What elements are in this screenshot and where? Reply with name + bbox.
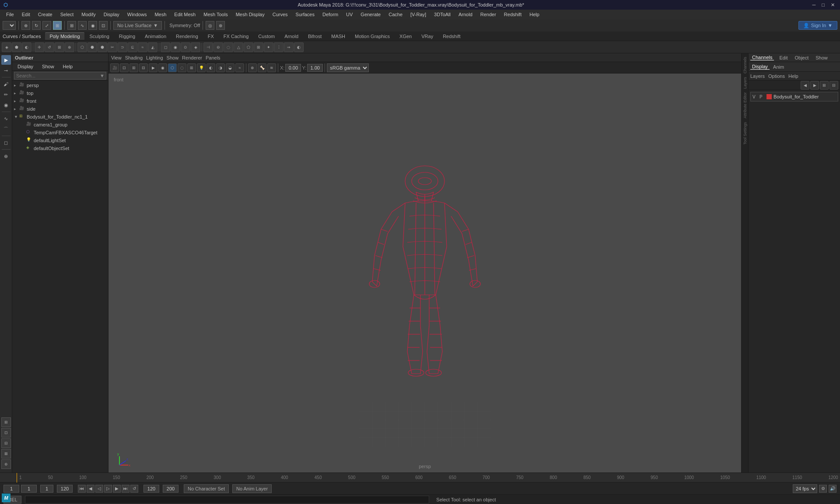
conform-tool[interactable]: ⋮ <box>274 42 284 52</box>
search-dropdown-btn[interactable]: ▼ <box>100 73 105 78</box>
show-manip-tool[interactable]: ⊕ <box>1 151 11 161</box>
go-end-btn[interactable]: ⏭ <box>122 485 130 493</box>
outliner-item-camera1[interactable]: 🎥 camera1_group <box>12 121 108 129</box>
vp-light-btn[interactable]: 💡 <box>197 63 206 72</box>
play-fwd-btn[interactable]: ▷ <box>104 485 112 493</box>
anim-pref-btn[interactable]: ⚙ <box>819 485 827 493</box>
step-fwd-btn[interactable]: ▶ <box>113 485 121 493</box>
options-menu[interactable]: Options <box>768 74 785 79</box>
outliner-search-input[interactable] <box>14 72 106 80</box>
curves-tab-3[interactable]: Animation <box>140 33 171 40</box>
maximize-button[interactable]: □ <box>820 2 826 8</box>
quick-sel-set[interactable]: ⊞ <box>1 417 11 427</box>
gamma-select[interactable]: sRGB gamma <box>327 63 369 72</box>
outliner-item-front[interactable]: ▸ 🎥 front <box>12 97 108 105</box>
start-frame-input[interactable] <box>4 485 19 493</box>
vp-dof-btn[interactable]: ◒ <box>226 63 234 72</box>
sound-btn[interactable]: 🔊 <box>829 485 836 493</box>
curves-tab-6[interactable]: FX Caching <box>219 33 253 40</box>
close-button[interactable]: ✕ <box>829 2 836 8</box>
snap-curve-btn[interactable]: ∿ <box>78 21 87 30</box>
paint-weights-tool[interactable]: ◐ <box>294 42 304 52</box>
anim-tab[interactable]: Anim <box>771 64 786 70</box>
snap-view-btn[interactable]: ⊡ <box>99 21 108 30</box>
menu-uv[interactable]: UV <box>343 11 356 18</box>
move-tool-2[interactable]: ✛ <box>35 42 44 52</box>
outliner-display-menu[interactable]: Display <box>14 63 37 70</box>
transfer-attr-tool[interactable]: ⇒ <box>284 42 294 52</box>
artisan-tool[interactable]: ✏ <box>1 90 11 99</box>
vp-xray-btn[interactable]: ⊗ <box>248 63 257 72</box>
outliner-show-menu[interactable]: Show <box>38 63 58 70</box>
outliner-item-top[interactable]: ▸ 🎥 top <box>12 89 108 97</box>
scale-tool-btn[interactable]: ⤢ <box>42 21 51 30</box>
menu-deform[interactable]: Deform <box>319 11 342 18</box>
no-anim-layer-btn[interactable]: No Anim Layer <box>232 484 272 493</box>
command-input[interactable] <box>25 496 430 504</box>
vp-sel-btn[interactable]: ⊞ <box>130 63 138 72</box>
target-weld-tool[interactable]: ◈ <box>191 42 200 52</box>
vp-y-input[interactable] <box>307 64 323 72</box>
timeline-ruler[interactable]: 1 50 100 150 200 250 300 350 400 450 500… <box>0 472 840 482</box>
relax-tool[interactable]: ⊙ <box>181 42 190 52</box>
vp-bones-btn[interactable]: 🦴 <box>258 63 266 72</box>
renderer-menu[interactable]: Renderer <box>182 55 202 60</box>
curves-tab-1[interactable]: Sculpting <box>85 33 114 40</box>
outliner-item-objset[interactable]: ◈ defaultObjectSet <box>12 144 108 152</box>
step-back-btn[interactable]: ◀ <box>87 485 94 493</box>
sculpt-tool[interactable]: ◉ <box>171 42 180 52</box>
object-tab[interactable]: Object <box>793 55 810 60</box>
menu-file[interactable]: File <box>3 11 18 18</box>
menu-render[interactable]: Render <box>477 11 500 18</box>
quick-sel-set-5[interactable]: ⊛ <box>1 459 11 469</box>
history-btn[interactable]: ⊛ <box>216 21 225 30</box>
outliner-item-bodysuit-group[interactable]: ▼ ⊞ Bodysuit_for_Toddler_nc1_1 <box>12 113 108 121</box>
fps-select[interactable]: 24 fps 30 fps 60 fps <box>793 484 817 493</box>
rotate-tool-btn[interactable]: ↻ <box>32 21 41 30</box>
multi-cut-tool[interactable]: ✂ <box>108 42 117 52</box>
lasso-tool[interactable]: ⬟ <box>12 42 21 52</box>
smooth-tool[interactable]: ◌ <box>224 42 233 52</box>
curves-tab-2[interactable]: Rigging <box>115 33 140 40</box>
curves-tab-5[interactable]: FX <box>203 33 218 40</box>
vp-x-input[interactable] <box>285 64 301 72</box>
menu-cache[interactable]: Cache <box>385 11 406 18</box>
show-tab[interactable]: Show <box>814 55 830 60</box>
quick-sel-set-2[interactable]: ⊡ <box>1 428 11 438</box>
snap-grid-btn[interactable]: ⊞ <box>67 21 76 30</box>
menu-modify[interactable]: Modify <box>78 11 99 18</box>
select-tool[interactable]: ◈ <box>2 42 11 52</box>
curves-tab-4[interactable]: Rendering <box>172 33 203 40</box>
menu-create[interactable]: Create <box>35 11 56 18</box>
mirror-tool[interactable]: ⊣ <box>203 42 213 52</box>
ep-curve-tool[interactable]: ⌒ <box>1 124 11 134</box>
connect-tool[interactable]: ⊃ <box>118 42 127 52</box>
paint-select-tool[interactable]: ◐ <box>22 42 32 52</box>
lasso-mode-tool[interactable]: ⊸ <box>1 66 11 75</box>
end-anim-input[interactable] <box>57 485 73 493</box>
minimize-button[interactable]: ─ <box>811 2 818 8</box>
edit-tab[interactable]: Edit <box>777 55 789 60</box>
view-menu[interactable]: View <box>111 55 122 60</box>
menu-edit-mesh[interactable]: Edit Mesh <box>171 11 199 18</box>
layer-prev-btn[interactable]: ◀ <box>801 81 809 90</box>
quick-sel-set-3[interactable]: ⊟ <box>1 438 11 448</box>
menu-windows[interactable]: Windows <box>124 11 150 18</box>
menu--v-ray-[interactable]: [V-Ray] <box>407 11 430 18</box>
soft-select-btn[interactable]: ◎ <box>206 21 214 30</box>
vp-ao-btn[interactable]: ◑ <box>216 63 225 72</box>
vp-isolate-btn[interactable]: ◉ <box>158 63 167 72</box>
curves-tab-8[interactable]: Arnold <box>280 33 303 40</box>
mode-select[interactable]: Modeling <box>3 21 16 30</box>
reduce-tool[interactable]: △ <box>234 42 243 52</box>
menu-surfaces[interactable]: Surfaces <box>292 11 318 18</box>
cv-curve-tool[interactable]: ∿ <box>1 114 11 123</box>
vp-smooth-btn[interactable]: ◌ <box>178 63 186 72</box>
extrude-tool[interactable]: ⬡ <box>77 42 87 52</box>
menu-select[interactable]: Select <box>57 11 77 18</box>
total-frames-input[interactable] <box>163 485 178 493</box>
panels-menu[interactable]: Panels <box>206 55 220 60</box>
menu-edit[interactable]: Edit <box>18 11 34 18</box>
current-frame-input[interactable] <box>21 485 37 493</box>
bridge-tool[interactable]: ⬣ <box>88 42 97 52</box>
